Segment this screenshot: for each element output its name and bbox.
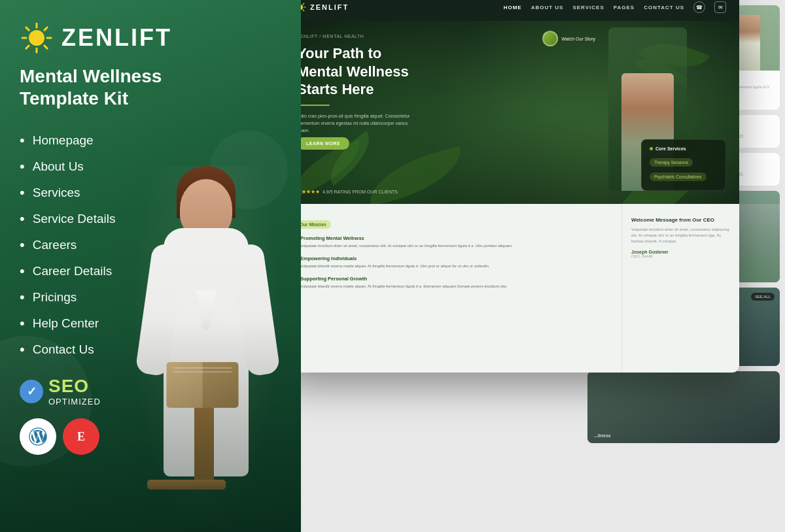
kit-title: Mental Wellness Template Kit — [20, 65, 203, 109]
hero-breadcrumb: ZENLIFT / MENTAL HEALTH — [301, 34, 364, 39]
seo-check-icon: ✓ — [20, 380, 43, 403]
mockup-nav-home: HOME — [504, 5, 522, 10]
website-mockup: ZENLIFT HOME ABOUT US SERVICES PAGES CON… — [301, 0, 739, 373]
email-icon: ✉ — [714, 1, 726, 13]
elementor-logo: E — [63, 418, 99, 455]
therapy-tag: Therapy Sessions — [650, 158, 693, 167]
logo-row: ZENLIFT — [20, 21, 281, 55]
ceo-section: Welcome Message from Our CEO Vulputate t… — [621, 204, 739, 373]
nav-item-career-details[interactable]: Career Details — [20, 258, 281, 284]
mission-item-2: Empowering Individuals Vulputate blandit… — [301, 256, 608, 269]
mission-text-1: Vulputate tincidunt dolor sit amet, cons… — [301, 243, 608, 249]
photo-card-3: ...llness — [587, 371, 780, 443]
mission-text-2: Vulputate blandit viverra mattis alquet.… — [301, 263, 608, 269]
svg-line-17 — [303, 3, 304, 5]
right-panel: ZENLIFT HOME ABOUT US SERVICES PAGES CON… — [301, 0, 785, 532]
mockup-nav-about: ABOUT US — [531, 5, 564, 10]
seo-label: SEO — [48, 376, 101, 397]
nav-list: Homepage About Us Services Service Detai… — [20, 127, 281, 363]
psychiatric-tag: Psychiatric Consultations — [650, 173, 706, 181]
mockup-nav-services: SERVICES — [572, 5, 604, 10]
mission-item-1: Promoting Mental Wellness Vulputate tinc… — [301, 235, 608, 249]
ceo-message: Vulputate tincidunt dolor sit amet, cons… — [631, 227, 730, 244]
story-avatar — [542, 31, 558, 46]
nav-item-pricings[interactable]: Pricings — [20, 284, 281, 310]
hero-learn-more-button[interactable]: LEARN MORE — [301, 137, 349, 150]
nav-item-services[interactable]: Services — [20, 180, 281, 206]
watch-story: Watch Our Story — [542, 31, 595, 46]
mockup-brand-name: ZENLIFT — [310, 3, 349, 11]
svg-line-7 — [44, 27, 47, 30]
mission-text-3: Vulputate blandit viverra mattis alquet.… — [301, 284, 608, 290]
ceo-role: CEO, Zenlift — [631, 254, 730, 258]
brand-name: ZENLIFT — [61, 24, 172, 52]
mission-section: Our Mission Promoting Mental Wellness Vu… — [301, 204, 621, 373]
wordpress-logo — [20, 418, 56, 455]
nav-item-service-details[interactable]: Service Details — [20, 206, 281, 232]
mockup-logo: ZENLIFT — [301, 1, 349, 13]
platform-logos: E — [20, 418, 281, 455]
mockup-bottom: Our Mission Promoting Mental Wellness Vu… — [301, 204, 739, 373]
nav-item-contact[interactable]: Contact Us — [20, 337, 281, 363]
mockup-nav-pages: PAGES — [614, 5, 635, 10]
nav-item-careers[interactable]: Careers — [20, 232, 281, 258]
mission-item-3: Supporting Personal Growth Vulputate bla… — [301, 276, 608, 290]
svg-line-5 — [26, 27, 29, 30]
stars-icon: ★★★★★ — [301, 189, 320, 195]
photo-placeholder-3: ...llness — [587, 371, 780, 443]
seo-sublabel: OPTIMIZED — [48, 397, 101, 407]
svg-point-0 — [29, 30, 44, 46]
hero-rating: ★★★★★ 4.9/5 RATING FROM OUR CLIENTS — [301, 189, 398, 195]
watch-story-label: Watch Our Story — [562, 37, 595, 41]
mission-tag: Our Mission — [301, 220, 331, 229]
mockup-nav-links: HOME ABOUT US SERVICES PAGES CONTACT US … — [504, 1, 726, 13]
mockup-navbar: ZENLIFT HOME ABOUT US SERVICES PAGES CON… — [301, 0, 739, 21]
nav-item-help-center[interactable]: Help Center — [20, 310, 281, 337]
svg-line-6 — [44, 46, 47, 48]
svg-line-16 — [303, 10, 304, 11]
core-dot-icon — [650, 147, 653, 150]
photo3-caption: ...llness — [594, 433, 611, 438]
rating-text: 4.9/5 RATING FROM OUR CLIENTS — [323, 190, 398, 194]
nav-item-homepage[interactable]: Homepage — [20, 127, 281, 154]
mockup-hero: ZENLIFT / MENTAL HEALTH Your Path toMent… — [301, 21, 739, 204]
mission-title-2: Empowering Individuals — [301, 256, 357, 261]
svg-line-8 — [26, 46, 29, 48]
mission-title-1: Promoting Mental Wellness — [301, 235, 364, 241]
sun-icon — [20, 21, 54, 55]
hero-title: Your Path toMental WellnessStarts Here — [301, 44, 409, 99]
main-container: ZENLIFT Mental Wellness Template Kit Hom… — [0, 0, 785, 532]
hero-subtitle: Odio cras pion-pron-sit quis fringilla a… — [301, 112, 415, 135]
nav-item-about[interactable]: About Us — [20, 154, 281, 180]
left-panel: ZENLIFT Mental Wellness Template Kit Hom… — [0, 0, 301, 532]
ceo-title: Welcome Message from Our CEO — [631, 217, 730, 223]
see-all-button[interactable]: SEE ALL — [751, 293, 775, 301]
seo-badge: ✓ SEO OPTIMIZED — [20, 376, 281, 407]
mockup-nav-contact: CONTACT US — [644, 5, 684, 10]
core-services-card: Core Services Therapy Sessions Psychiatr… — [641, 139, 726, 191]
ceo-name: Joseph Goslener — [631, 250, 730, 254]
mission-title-3: Supporting Personal Growth — [301, 276, 367, 282]
phone-icon: ☎ — [693, 1, 705, 13]
core-services-title: Core Services — [650, 146, 718, 151]
svg-point-10 — [301, 5, 303, 10]
